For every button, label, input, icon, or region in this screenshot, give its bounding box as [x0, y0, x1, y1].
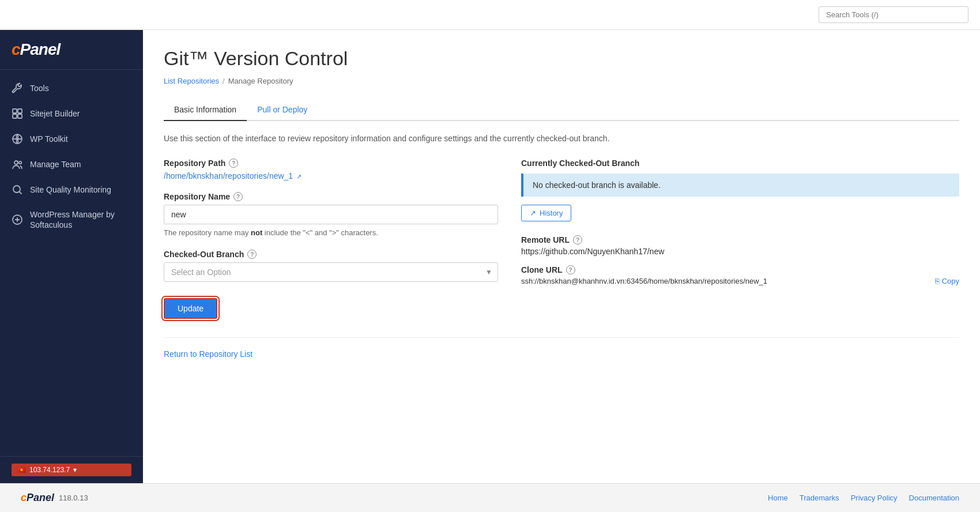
sidebar-item-site-quality-label: Site Quality Monitoring — [30, 185, 111, 195]
search-icon — [12, 184, 23, 195]
left-column: Repository Path ? /home/bknskhan/reposit… — [164, 159, 498, 319]
repo-name-field: Repository Name ? The repository name ma… — [164, 192, 498, 238]
sidebar: cPanel Tools — [0, 30, 143, 483]
sidebar-item-manage-team-label: Manage Team — [30, 159, 81, 170]
sidebar-logo: cPanel — [0, 30, 143, 70]
repo-name-hint: The repository name may not include the … — [164, 228, 498, 238]
sidebar-nav: Tools Sitejet Builder — [0, 70, 143, 456]
tab-basic-information[interactable]: Basic Information — [164, 99, 247, 121]
repo-path-link[interactable]: /home/bknskhan/repositories/new_1 — [164, 171, 293, 180]
return-to-repository-list-link[interactable]: Return to Repository List — [164, 349, 252, 359]
tab-pull-or-deploy[interactable]: Pull or Deploy — [247, 99, 318, 121]
wp2-icon — [12, 214, 23, 225]
footer-link-trademarks[interactable]: Trademarks — [800, 494, 839, 502]
breadcrumb-current: Manage Repository — [228, 77, 293, 85]
chevron-down-icon: ▾ — [73, 466, 77, 474]
clone-url-value: ssh://bknskhan@khanhnv.id.vn:63456/home/… — [521, 277, 929, 285]
sidebar-item-sitejet[interactable]: Sitejet Builder — [0, 101, 143, 126]
users-icon — [12, 159, 23, 170]
svg-point-5 — [14, 161, 18, 164]
sidebar-item-tools[interactable]: Tools — [0, 76, 143, 101]
footer-cpanel-logo: cPanel — [21, 492, 54, 504]
repo-path-label: Repository Path ? — [164, 159, 498, 168]
clone-url-row: ssh://bknskhan@khanhnv.id.vn:63456/home/… — [521, 277, 959, 285]
sidebar-item-tools-label: Tools — [30, 83, 49, 93]
currently-checked-out-label: Currently Checked-Out Branch — [521, 159, 959, 168]
sidebar-footer: 🇻🇳 103.74.123.7 ▾ — [0, 456, 143, 483]
footer-link-documentation[interactable]: Documentation — [909, 494, 959, 502]
repo-name-input[interactable] — [164, 205, 498, 224]
svg-rect-0 — [13, 109, 17, 113]
sidebar-item-wptoolkit[interactable]: WP Toolkit — [0, 126, 143, 152]
grid-icon — [12, 108, 23, 119]
cpanel-logo-text: cPanel — [12, 40, 131, 59]
checked-out-branch-select[interactable]: Select an Option — [164, 262, 498, 282]
no-branch-message: No checked-out branch is available. — [521, 174, 959, 197]
repo-path-help-icon[interactable]: ? — [229, 159, 238, 168]
footer-link-home[interactable]: Home — [768, 494, 788, 502]
checked-out-branch-field: Checked-Out Branch ? Select an Option ▼ — [164, 250, 498, 282]
checked-out-branch-select-wrapper: Select an Option ▼ — [164, 262, 498, 282]
section-description: Use this section of the interface to rev… — [164, 133, 959, 145]
copy-button[interactable]: ⎘ Copy — [935, 277, 959, 285]
return-link-section: Return to Repository List — [164, 337, 959, 359]
right-column: Currently Checked-Out Branch No checked-… — [521, 159, 959, 319]
version-number: 103.74.123.7 — [29, 466, 70, 474]
svg-point-6 — [19, 161, 21, 164]
version-flag: 🇻🇳 — [17, 466, 26, 474]
main-content: Git™ Version Control List Repositories /… — [143, 30, 980, 483]
wrench-icon — [12, 82, 23, 94]
breadcrumb: List Repositories / Manage Repository — [164, 77, 959, 85]
repo-name-label: Repository Name ? — [164, 192, 498, 201]
remote-url-help-icon[interactable]: ? — [573, 235, 582, 244]
copy-icon: ⎘ — [935, 277, 940, 285]
remote-url-label: Remote URL ? — [521, 235, 959, 244]
history-icon: ↗ — [530, 209, 536, 217]
update-button[interactable]: Update — [164, 298, 217, 319]
svg-rect-1 — [18, 109, 22, 113]
footer: cPanel 118.0.13 Home Trademarks Privacy … — [0, 483, 980, 512]
search-tools-input[interactable] — [819, 6, 968, 23]
clone-url-label: Clone URL ? — [521, 265, 959, 274]
top-header — [0, 0, 980, 30]
checked-out-branch-label: Checked-Out Branch ? — [164, 250, 498, 259]
breadcrumb-list-repos[interactable]: List Repositories — [164, 77, 219, 85]
repo-name-help-icon[interactable]: ? — [233, 192, 243, 201]
history-button[interactable]: ↗ History — [521, 205, 571, 221]
wp-icon — [12, 133, 23, 145]
repo-path-field: Repository Path ? /home/bknskhan/reposit… — [164, 159, 498, 180]
tabs: Basic Information Pull or Deploy — [164, 99, 959, 121]
version-badge[interactable]: 🇻🇳 103.74.123.7 ▾ — [12, 464, 131, 476]
footer-version: 118.0.13 — [59, 494, 88, 502]
svg-rect-2 — [13, 114, 17, 118]
page-title: Git™ Version Control — [164, 47, 959, 70]
clone-url-help-icon[interactable]: ? — [566, 265, 575, 274]
remote-url-value: https://github.com/NguyenKhanh17/new — [521, 247, 959, 256]
sidebar-item-site-quality[interactable]: Site Quality Monitoring — [0, 177, 143, 202]
sidebar-item-wptoolkit-label: WP Toolkit — [30, 134, 68, 144]
svg-point-7 — [13, 186, 20, 193]
external-link-icon: ↗ — [296, 173, 301, 180]
sidebar-item-wordpress-manager-label: WordPress Manager by Softaculous — [30, 209, 131, 230]
sidebar-item-sitejet-label: Sitejet Builder — [30, 108, 80, 119]
content-inner: Git™ Version Control List Repositories /… — [143, 30, 980, 483]
sidebar-item-wordpress-manager[interactable]: WordPress Manager by Softaculous — [0, 202, 143, 237]
two-column-layout: Repository Path ? /home/bknskhan/reposit… — [164, 159, 959, 319]
main-layout: cPanel Tools — [0, 30, 980, 483]
checked-out-branch-help-icon[interactable]: ? — [247, 250, 257, 259]
repo-path-value: /home/bknskhan/repositories/new_1 ↗ — [164, 171, 498, 180]
footer-logo: cPanel 118.0.13 — [21, 492, 88, 504]
svg-rect-3 — [18, 114, 22, 118]
footer-link-privacy[interactable]: Privacy Policy — [851, 494, 898, 502]
breadcrumb-separator: / — [223, 77, 225, 85]
footer-links: Home Trademarks Privacy Policy Documenta… — [768, 494, 959, 502]
sidebar-item-manage-team[interactable]: Manage Team — [0, 152, 143, 177]
